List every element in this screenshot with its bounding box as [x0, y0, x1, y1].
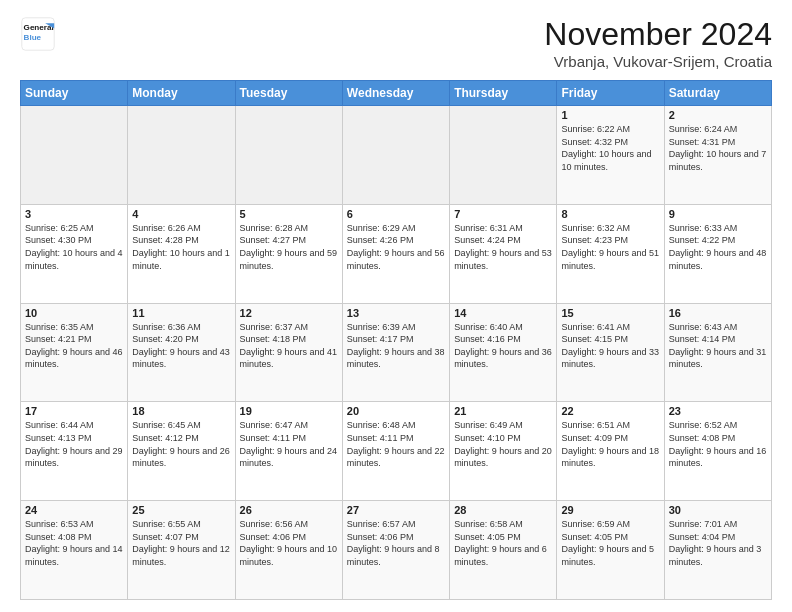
day-number: 24	[25, 504, 123, 516]
day-info: Sunrise: 6:22 AM Sunset: 4:32 PM Dayligh…	[561, 123, 659, 173]
day-number: 15	[561, 307, 659, 319]
day-info: Sunrise: 6:26 AM Sunset: 4:28 PM Dayligh…	[132, 222, 230, 272]
day-info: Sunrise: 6:37 AM Sunset: 4:18 PM Dayligh…	[240, 321, 338, 371]
day-info: Sunrise: 6:36 AM Sunset: 4:20 PM Dayligh…	[132, 321, 230, 371]
svg-text:Blue: Blue	[24, 33, 42, 42]
day-cell-1-6: 9Sunrise: 6:33 AM Sunset: 4:22 PM Daylig…	[664, 204, 771, 303]
month-title: November 2024	[544, 16, 772, 53]
weekday-tuesday: Tuesday	[235, 81, 342, 106]
day-cell-4-0: 24Sunrise: 6:53 AM Sunset: 4:08 PM Dayli…	[21, 501, 128, 600]
day-number: 29	[561, 504, 659, 516]
day-cell-4-1: 25Sunrise: 6:55 AM Sunset: 4:07 PM Dayli…	[128, 501, 235, 600]
day-number: 2	[669, 109, 767, 121]
weekday-row: Sunday Monday Tuesday Wednesday Thursday…	[21, 81, 772, 106]
day-cell-3-1: 18Sunrise: 6:45 AM Sunset: 4:12 PM Dayli…	[128, 402, 235, 501]
day-info: Sunrise: 6:44 AM Sunset: 4:13 PM Dayligh…	[25, 419, 123, 469]
day-number: 13	[347, 307, 445, 319]
day-cell-2-3: 13Sunrise: 6:39 AM Sunset: 4:17 PM Dayli…	[342, 303, 449, 402]
day-cell-3-4: 21Sunrise: 6:49 AM Sunset: 4:10 PM Dayli…	[450, 402, 557, 501]
day-info: Sunrise: 6:47 AM Sunset: 4:11 PM Dayligh…	[240, 419, 338, 469]
calendar-table: Sunday Monday Tuesday Wednesday Thursday…	[20, 80, 772, 600]
day-number: 11	[132, 307, 230, 319]
day-info: Sunrise: 6:24 AM Sunset: 4:31 PM Dayligh…	[669, 123, 767, 173]
day-info: Sunrise: 6:45 AM Sunset: 4:12 PM Dayligh…	[132, 419, 230, 469]
day-number: 27	[347, 504, 445, 516]
day-number: 12	[240, 307, 338, 319]
week-row-4: 24Sunrise: 6:53 AM Sunset: 4:08 PM Dayli…	[21, 501, 772, 600]
day-cell-2-1: 11Sunrise: 6:36 AM Sunset: 4:20 PM Dayli…	[128, 303, 235, 402]
day-info: Sunrise: 6:43 AM Sunset: 4:14 PM Dayligh…	[669, 321, 767, 371]
day-cell-3-0: 17Sunrise: 6:44 AM Sunset: 4:13 PM Dayli…	[21, 402, 128, 501]
day-cell-3-5: 22Sunrise: 6:51 AM Sunset: 4:09 PM Dayli…	[557, 402, 664, 501]
subtitle: Vrbanja, Vukovar-Srijem, Croatia	[544, 53, 772, 70]
day-number: 23	[669, 405, 767, 417]
day-cell-3-2: 19Sunrise: 6:47 AM Sunset: 4:11 PM Dayli…	[235, 402, 342, 501]
week-row-0: 1Sunrise: 6:22 AM Sunset: 4:32 PM Daylig…	[21, 106, 772, 205]
day-number: 3	[25, 208, 123, 220]
day-cell-0-2	[235, 106, 342, 205]
day-cell-1-4: 7Sunrise: 6:31 AM Sunset: 4:24 PM Daylig…	[450, 204, 557, 303]
day-cell-2-4: 14Sunrise: 6:40 AM Sunset: 4:16 PM Dayli…	[450, 303, 557, 402]
day-number: 8	[561, 208, 659, 220]
day-info: Sunrise: 6:51 AM Sunset: 4:09 PM Dayligh…	[561, 419, 659, 469]
day-info: Sunrise: 7:01 AM Sunset: 4:04 PM Dayligh…	[669, 518, 767, 568]
day-info: Sunrise: 6:48 AM Sunset: 4:11 PM Dayligh…	[347, 419, 445, 469]
day-number: 9	[669, 208, 767, 220]
weekday-friday: Friday	[557, 81, 664, 106]
day-cell-2-6: 16Sunrise: 6:43 AM Sunset: 4:14 PM Dayli…	[664, 303, 771, 402]
day-number: 4	[132, 208, 230, 220]
day-cell-4-5: 29Sunrise: 6:59 AM Sunset: 4:05 PM Dayli…	[557, 501, 664, 600]
day-info: Sunrise: 6:32 AM Sunset: 4:23 PM Dayligh…	[561, 222, 659, 272]
day-cell-1-3: 6Sunrise: 6:29 AM Sunset: 4:26 PM Daylig…	[342, 204, 449, 303]
day-number: 10	[25, 307, 123, 319]
weekday-monday: Monday	[128, 81, 235, 106]
day-number: 28	[454, 504, 552, 516]
page: General Blue November 2024 Vrbanja, Vuko…	[0, 0, 792, 612]
calendar-header: Sunday Monday Tuesday Wednesday Thursday…	[21, 81, 772, 106]
day-cell-1-1: 4Sunrise: 6:26 AM Sunset: 4:28 PM Daylig…	[128, 204, 235, 303]
day-number: 14	[454, 307, 552, 319]
day-info: Sunrise: 6:58 AM Sunset: 4:05 PM Dayligh…	[454, 518, 552, 568]
day-cell-4-3: 27Sunrise: 6:57 AM Sunset: 4:06 PM Dayli…	[342, 501, 449, 600]
day-number: 30	[669, 504, 767, 516]
day-number: 5	[240, 208, 338, 220]
day-number: 16	[669, 307, 767, 319]
day-info: Sunrise: 6:56 AM Sunset: 4:06 PM Dayligh…	[240, 518, 338, 568]
week-row-3: 17Sunrise: 6:44 AM Sunset: 4:13 PM Dayli…	[21, 402, 772, 501]
day-cell-1-5: 8Sunrise: 6:32 AM Sunset: 4:23 PM Daylig…	[557, 204, 664, 303]
day-info: Sunrise: 6:29 AM Sunset: 4:26 PM Dayligh…	[347, 222, 445, 272]
day-cell-0-6: 2Sunrise: 6:24 AM Sunset: 4:31 PM Daylig…	[664, 106, 771, 205]
day-cell-4-2: 26Sunrise: 6:56 AM Sunset: 4:06 PM Dayli…	[235, 501, 342, 600]
day-cell-2-0: 10Sunrise: 6:35 AM Sunset: 4:21 PM Dayli…	[21, 303, 128, 402]
day-info: Sunrise: 6:35 AM Sunset: 4:21 PM Dayligh…	[25, 321, 123, 371]
day-info: Sunrise: 6:40 AM Sunset: 4:16 PM Dayligh…	[454, 321, 552, 371]
day-number: 25	[132, 504, 230, 516]
day-number: 20	[347, 405, 445, 417]
day-number: 19	[240, 405, 338, 417]
weekday-saturday: Saturday	[664, 81, 771, 106]
day-cell-0-5: 1Sunrise: 6:22 AM Sunset: 4:32 PM Daylig…	[557, 106, 664, 205]
weekday-wednesday: Wednesday	[342, 81, 449, 106]
day-info: Sunrise: 6:25 AM Sunset: 4:30 PM Dayligh…	[25, 222, 123, 272]
day-cell-3-3: 20Sunrise: 6:48 AM Sunset: 4:11 PM Dayli…	[342, 402, 449, 501]
day-info: Sunrise: 6:41 AM Sunset: 4:15 PM Dayligh…	[561, 321, 659, 371]
day-info: Sunrise: 6:49 AM Sunset: 4:10 PM Dayligh…	[454, 419, 552, 469]
day-number: 22	[561, 405, 659, 417]
day-number: 6	[347, 208, 445, 220]
day-info: Sunrise: 6:39 AM Sunset: 4:17 PM Dayligh…	[347, 321, 445, 371]
header: General Blue November 2024 Vrbanja, Vuko…	[20, 16, 772, 70]
week-row-2: 10Sunrise: 6:35 AM Sunset: 4:21 PM Dayli…	[21, 303, 772, 402]
day-info: Sunrise: 6:33 AM Sunset: 4:22 PM Dayligh…	[669, 222, 767, 272]
logo: General Blue	[20, 16, 56, 52]
day-cell-0-3	[342, 106, 449, 205]
day-cell-0-1	[128, 106, 235, 205]
day-number: 1	[561, 109, 659, 121]
day-cell-0-4	[450, 106, 557, 205]
day-cell-3-6: 23Sunrise: 6:52 AM Sunset: 4:08 PM Dayli…	[664, 402, 771, 501]
day-number: 26	[240, 504, 338, 516]
day-info: Sunrise: 6:52 AM Sunset: 4:08 PM Dayligh…	[669, 419, 767, 469]
day-cell-4-4: 28Sunrise: 6:58 AM Sunset: 4:05 PM Dayli…	[450, 501, 557, 600]
day-cell-2-2: 12Sunrise: 6:37 AM Sunset: 4:18 PM Dayli…	[235, 303, 342, 402]
day-info: Sunrise: 6:59 AM Sunset: 4:05 PM Dayligh…	[561, 518, 659, 568]
day-number: 7	[454, 208, 552, 220]
